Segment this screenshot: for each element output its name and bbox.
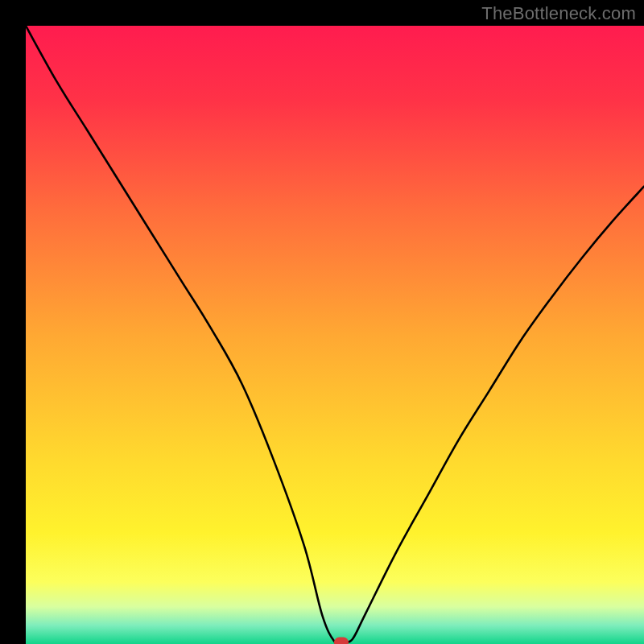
watermark-text: TheBottleneck.com <box>481 3 636 24</box>
chart-frame: TheBottleneck.com <box>0 0 644 644</box>
bottleneck-curve <box>26 26 644 644</box>
optimum-marker <box>334 637 349 644</box>
plot-area <box>26 26 644 644</box>
